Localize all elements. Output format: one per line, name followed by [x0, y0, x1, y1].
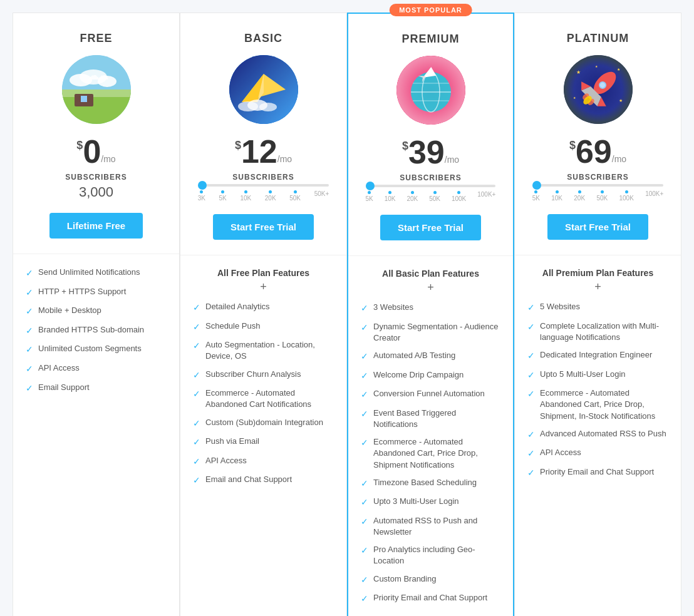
plan-free-sub-label: SUBSCRIBERS: [65, 173, 127, 182]
plan-free-period: /mo: [101, 154, 115, 164]
check-icon: ✓: [527, 350, 535, 362]
list-item: ✓ Push via Email: [193, 436, 334, 449]
check-icon: ✓: [361, 593, 368, 605]
plan-basic-amount: 12: [241, 135, 277, 168]
plan-premium-features: All Basic Plan Features + ✓ 3 Websites ✓…: [348, 256, 513, 616]
plan-free-icon: [62, 55, 131, 124]
list-item: ✓ Automated A/B Testing: [361, 350, 500, 363]
check-icon: ✓: [361, 496, 368, 509]
check-icon: ✓: [361, 389, 368, 401]
check-icon: ✓: [26, 382, 33, 395]
list-item: ✓ Timezone Based Scheduling: [361, 477, 500, 490]
list-item: ✓ Mobile + Desktop: [26, 305, 167, 318]
slider-labels: 3K 5K 10K 20K 50K 50K+: [198, 190, 329, 202]
plan-basic-header: BASIC: [180, 13, 346, 255]
check-icon: ✓: [193, 369, 200, 382]
check-icon: ✓: [527, 321, 535, 334]
slider-track: [198, 184, 329, 187]
plan-basic-period: /mo: [277, 154, 292, 164]
check-icon: ✓: [26, 305, 33, 318]
plan-basic-price-row: $ 12 /mo: [235, 135, 292, 168]
plan-basic-name: BASIC: [244, 32, 282, 45]
list-item: ✓ Schedule Push: [193, 321, 334, 334]
plan-free-currency: $: [76, 139, 83, 152]
plan-platinum-icon: ★ ★ ★ ★ ★: [564, 55, 633, 124]
plan-basic-sub-label: SUBSCRIBERS: [232, 173, 294, 182]
plan-premium-cta[interactable]: Start Free Trial: [380, 215, 481, 240]
pricing-grid: FREE $ 0 /mo SUBSCRIBERS 3,000: [13, 13, 681, 616]
plan-basic-currency: $: [235, 139, 241, 152]
check-icon: ✓: [361, 437, 368, 449]
plan-free: FREE $ 0 /mo SUBSCRIBERS 3,000: [13, 13, 180, 616]
svg-rect-2: [62, 90, 131, 97]
check-icon: ✓: [361, 302, 368, 315]
list-item: ✓ Ecommerce - Automated Abandoned Cart, …: [527, 388, 668, 422]
plan-free-cta[interactable]: Lifetime Free: [49, 213, 143, 239]
check-icon: ✓: [361, 516, 368, 528]
check-icon: ✓: [527, 388, 535, 401]
plan-basic-features: All Free Plan Features + ✓ Detailed Anal…: [180, 255, 346, 616]
slider-labels: 5K 10K 20K 50K 100K 100K+: [366, 191, 496, 202]
check-icon: ✓: [26, 267, 33, 280]
svg-text:★: ★: [619, 98, 623, 103]
slider-track: [366, 185, 496, 187]
plan-premium-price-row: $ 39 /mo: [402, 136, 459, 168]
check-icon: ✓: [26, 344, 33, 356]
plan-platinum-features: All Premium Plan Features + ✓ 5 Websites…: [515, 255, 681, 616]
check-icon: ✓: [26, 325, 33, 337]
plan-free-features: ✓ Send Unlimited Notifications ✓ HTTP + …: [13, 254, 179, 616]
plan-platinum-sub-label: SUBSCRIBERS: [567, 173, 628, 182]
plan-premium-slider[interactable]: 5K 10K 20K 50K 100K 100K+: [366, 185, 496, 202]
list-item: ✓ API Access: [26, 362, 167, 376]
check-icon: ✓: [193, 418, 200, 430]
slider-labels: 5K 10K 20K 50K 100K 100K+: [532, 190, 664, 202]
check-icon: ✓: [361, 408, 368, 421]
plan-platinum-period: /mo: [612, 154, 626, 164]
list-item: ✓ Automated RSS to Push and Newsletter: [361, 515, 500, 538]
plan-premium-features-heading: All Basic Plan Features: [361, 269, 500, 279]
list-item: ✓ Custom Branding: [361, 573, 500, 587]
check-icon: ✓: [193, 456, 200, 468]
list-item: ✓ Ecommerce - Automated Abandoned Cart, …: [361, 436, 500, 471]
check-icon: ✓: [361, 545, 368, 557]
plan-free-price-row: $ 0 /mo: [76, 135, 115, 168]
plan-basic-slider[interactable]: 3K 5K 10K 20K 50K 50K+: [198, 184, 329, 202]
plan-platinum-amount: 69: [576, 135, 612, 168]
plan-basic: BASIC: [180, 13, 347, 616]
plan-free-sub-count: 3,000: [79, 184, 113, 200]
list-item: ✓ Email and Chat Support: [193, 474, 334, 487]
list-item: ✓ Dynamic Segmentation - Audience Creato…: [361, 321, 500, 344]
plan-premium-header: PREMIUM: [348, 14, 513, 256]
list-item: ✓ Upto 5 Multi-User Login: [527, 369, 668, 382]
check-icon: ✓: [26, 287, 33, 299]
list-item: ✓ Subscriber Churn Analysis: [193, 369, 334, 382]
plan-premium-period: /mo: [445, 155, 459, 165]
list-item: ✓ Email Support: [26, 382, 167, 395]
list-item: ✓ Advanced Automated RSS to Push: [527, 428, 668, 441]
plan-platinum-slider[interactable]: 5K 10K 20K 50K 100K 100K+: [532, 184, 664, 202]
plan-free-amount: 0: [83, 135, 101, 168]
plan-premium-amount: 39: [408, 136, 445, 168]
list-item: ✓ API Access: [527, 447, 668, 460]
check-icon: ✓: [361, 370, 368, 382]
list-item: ✓ Ecommerce - Automated Abandoned Cart N…: [193, 388, 334, 410]
svg-point-5: [98, 76, 117, 87]
plan-platinum-name: PLATINUM: [567, 32, 629, 45]
plan-basic-cta[interactable]: Start Free Trial: [213, 214, 314, 240]
plan-premium-sub-label: SUBSCRIBERS: [400, 173, 461, 182]
plan-platinum-cta[interactable]: Start Free Trial: [547, 214, 648, 240]
check-icon: ✓: [193, 302, 200, 314]
svg-rect-7: [81, 96, 87, 102]
check-icon: ✓: [361, 351, 368, 363]
check-icon: ✓: [527, 302, 535, 314]
svg-rect-1: [62, 93, 131, 124]
svg-point-4: [80, 69, 107, 85]
list-item: ✓ Complete Localization with Multi-langu…: [527, 321, 668, 343]
check-icon: ✓: [193, 321, 200, 334]
list-item: ✓ Conversion Funnel Automation: [361, 388, 500, 401]
check-icon: ✓: [26, 363, 33, 376]
plan-platinum-currency: $: [569, 139, 576, 152]
list-item: ✓ Auto Segmentation - Location, Device, …: [193, 339, 334, 362]
check-icon: ✓: [527, 467, 535, 480]
plan-free-name: FREE: [80, 32, 112, 45]
